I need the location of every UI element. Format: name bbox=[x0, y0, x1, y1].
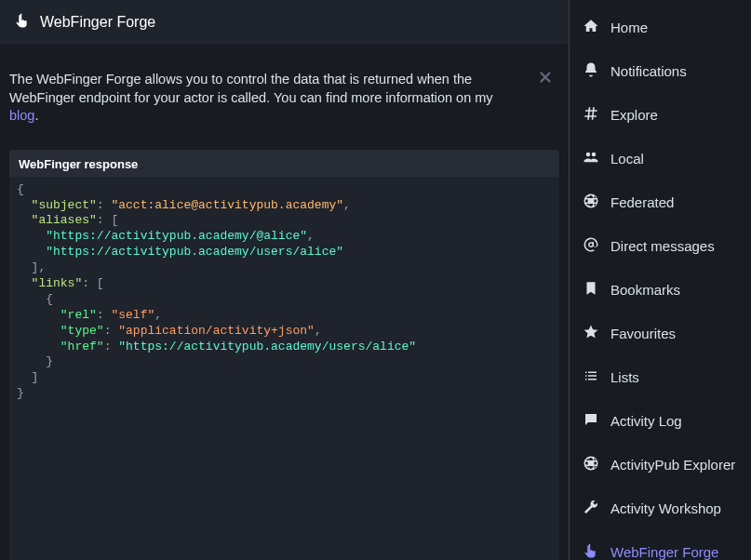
webfinger-response-code[interactable]: { "subject": "acct:alice@activitypub.aca… bbox=[9, 177, 559, 560]
nav-item-federated[interactable]: Federated bbox=[570, 180, 751, 224]
globe-icon bbox=[583, 455, 599, 474]
nav-item-label: Activity Workshop bbox=[610, 500, 721, 516]
nav-item-home[interactable]: Home bbox=[570, 6, 751, 49]
bookmark-icon bbox=[583, 280, 599, 300]
nav-item-activitypub-explorer[interactable]: ActivityPub Explorer bbox=[570, 443, 751, 487]
nav-item-label: Direct messages bbox=[610, 238, 715, 254]
page-title: WebFinger Forge bbox=[40, 14, 155, 31]
main-column: WebFinger Forge The WebFinger Forge allo… bbox=[0, 0, 570, 560]
page-header: WebFinger Forge bbox=[0, 0, 569, 45]
nav-item-lists[interactable]: Lists bbox=[570, 355, 751, 399]
response-panel: WebFinger response { "subject": "acct:al… bbox=[9, 150, 559, 560]
pointer-icon bbox=[583, 542, 599, 560]
nav-item-label: Local bbox=[610, 151, 644, 167]
info-banner: The WebFinger Forge allows you to contro… bbox=[9, 58, 559, 139]
home-icon bbox=[583, 18, 599, 37]
nav-item-activity-log[interactable]: Activity Log bbox=[570, 399, 751, 443]
nav-item-label: Home bbox=[610, 20, 648, 35]
nav-item-label: Bookmarks bbox=[610, 282, 680, 298]
blog-link[interactable]: blog bbox=[9, 108, 34, 123]
star-icon bbox=[583, 324, 599, 343]
globe-icon bbox=[583, 193, 599, 212]
nav-item-label: Activity Log bbox=[610, 413, 682, 429]
sidebar: HomeNotificationsExploreLocalFederatedDi… bbox=[570, 0, 751, 560]
nav-item-webfinger-forge[interactable]: WebFinger Forge bbox=[570, 530, 751, 560]
nav-item-local[interactable]: Local bbox=[570, 137, 751, 180]
at-icon bbox=[583, 236, 599, 256]
nav-item-notifications[interactable]: Notifications bbox=[570, 49, 751, 93]
nav-item-label: Favourites bbox=[610, 326, 676, 341]
pointer-icon bbox=[14, 12, 31, 33]
nav-item-label: Notifications bbox=[610, 63, 687, 79]
nav-item-favourites[interactable]: Favourites bbox=[570, 312, 751, 355]
bell-icon bbox=[583, 61, 599, 81]
nav-item-label: Federated bbox=[610, 194, 674, 210]
hashtag-icon bbox=[583, 105, 599, 125]
nav-item-bookmarks[interactable]: Bookmarks bbox=[570, 268, 751, 312]
nav-item-direct-messages[interactable]: Direct messages bbox=[570, 224, 751, 268]
response-panel-title: WebFinger response bbox=[9, 150, 559, 177]
comment-icon bbox=[583, 411, 599, 431]
nav-item-label: Lists bbox=[610, 369, 639, 385]
nav-item-label: ActivityPub Explorer bbox=[610, 457, 735, 473]
info-text: The WebFinger Forge allows you to contro… bbox=[9, 72, 493, 123]
wrench-icon bbox=[583, 499, 599, 518]
close-icon[interactable] bbox=[537, 69, 554, 86]
nav-item-activity-workshop[interactable]: Activity Workshop bbox=[570, 487, 751, 530]
nav-item-explore[interactable]: Explore bbox=[570, 93, 751, 137]
users-icon bbox=[583, 149, 599, 168]
list-icon bbox=[583, 367, 599, 387]
nav-item-label: WebFinger Forge bbox=[610, 544, 718, 560]
nav-item-label: Explore bbox=[610, 107, 658, 123]
